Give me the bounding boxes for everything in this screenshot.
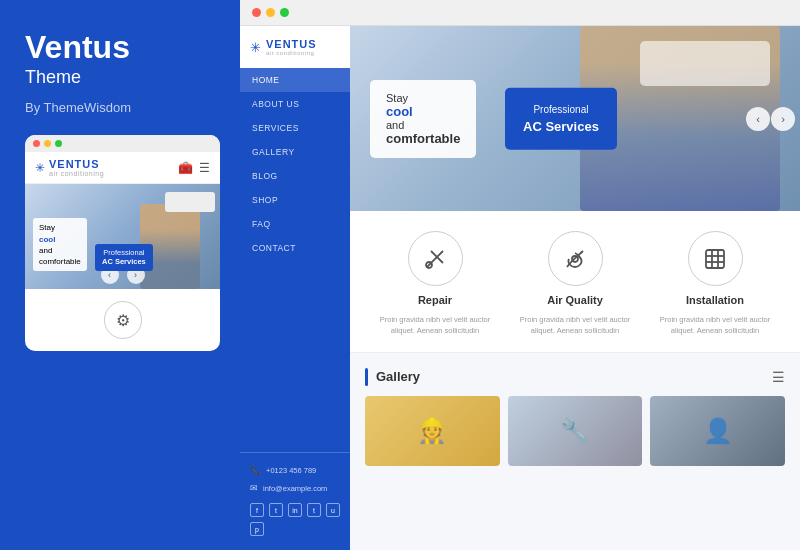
mobile-cta-line1: Professional [103,248,144,257]
mobile-logo-tagline: air conditioning [49,170,104,177]
contact-info: 📞 +0123 456 789 ✉ info@example.com f t i… [240,452,350,550]
service-air-quality: Air Quality Proin gravida nibh vel velit… [505,231,645,337]
mobile-cta-line2: AC Services [102,257,146,266]
brand-info: Ventus Theme By ThemeWisdom [25,30,215,115]
service-repair: Repair Proin gravida nibh vel velit auct… [365,231,505,337]
mobile-service-section: ⚙ [25,289,220,351]
nav-item-shop[interactable]: SHOP [240,188,350,212]
mobile-browser-dots [25,135,220,152]
gallery-header: Gallery ☰ [365,368,785,386]
hero-cta-professional: Professional [533,103,588,114]
thumb-person-3: 👤 [650,396,785,466]
mobile-and-text: and [39,246,52,255]
service-installation: Installation Proin gravida nibh vel veli… [645,231,785,337]
installation-name: Installation [686,294,744,306]
right-panel: ✳ VENTUS air conditioning HOME ABOUT US … [240,0,800,550]
email-address: info@example.com [263,484,327,493]
mobile-stay-text: Stay [39,223,55,232]
browser-dot-green [280,8,289,17]
hero-text-box: Stay cool and comfortable [370,80,476,158]
mobile-header: ✳ VENTUS air conditioning 🧰 ☰ [25,152,220,184]
mobile-comfortable-text: comfortable [39,257,81,266]
browser-bar [240,0,800,26]
services-row: Repair Proin gravida nibh vel velit auct… [350,211,800,353]
gallery-thumb-2[interactable]: 🔧 [508,396,643,466]
gallery-menu-icon[interactable]: ☰ [772,369,785,385]
svg-rect-4 [706,250,724,268]
mobile-bag-icon: 🧰 [178,161,193,175]
gallery-section: Gallery ☰ 👷 🔧 👤 [350,353,800,481]
installation-icon [688,231,743,286]
site-sidebar: ✳ VENTUS air conditioning HOME ABOUT US … [240,26,350,550]
social-twitter[interactable]: t [269,503,283,517]
repair-desc: Proin gravida nibh vel velit auctor aliq… [375,314,495,337]
mobile-hero-text: Stay cool and comfortable [33,218,87,271]
social-row: f t in t u p [240,497,350,542]
hero-ac-unit [640,41,770,86]
social-pinterest[interactable]: p [250,522,264,536]
mobile-logo-name: VENTUS [49,158,104,170]
hero-next-button[interactable]: › [771,107,795,131]
brand-by: By ThemeWisdom [25,100,215,115]
gallery-grid: 👷 🔧 👤 [365,396,785,466]
contact-phone-row: 📞 +0123 456 789 [240,461,350,479]
phone-icon: 📞 [250,465,261,475]
hero-prev-button[interactable]: ‹ [746,107,770,131]
hero-stay: Stay [386,92,460,104]
dot-red [33,140,40,147]
mobile-header-icons: 🧰 ☰ [178,161,210,175]
gallery-thumb-3[interactable]: 👤 [650,396,785,466]
mobile-cta: Professional AC Services [95,244,153,272]
site-logo: ✳ VENTUS air conditioning [240,26,350,68]
site-nav: HOME ABOUT US SERVICES GALLERY BLOG SHOP… [240,68,350,260]
mobile-preview: ✳ VENTUS air conditioning 🧰 ☰ ‹ › Stay c [25,135,220,351]
social-facebook[interactable]: f [250,503,264,517]
mobile-menu-icon: ☰ [199,161,210,175]
nav-item-contact[interactable]: CONTACT [240,236,350,260]
gallery-thumb-1[interactable]: 👷 [365,396,500,466]
installation-desc: Proin gravida nibh vel velit auctor aliq… [655,314,775,337]
nav-item-services[interactable]: SERVICES [240,116,350,140]
nav-item-faq[interactable]: FAQ [240,212,350,236]
browser-dot-red [252,8,261,17]
mobile-logo: ✳ VENTUS air conditioning [35,158,104,177]
repair-icon [408,231,463,286]
social-tumblr[interactable]: t [307,503,321,517]
website-content: ✳ VENTUS air conditioning HOME ABOUT US … [240,26,800,550]
phone-number: +0123 456 789 [266,466,316,475]
air-quality-icon [548,231,603,286]
hero-and: and [386,119,460,131]
nav-item-home[interactable]: HOME [240,68,350,92]
contact-email-row: ✉ info@example.com [240,479,350,497]
thumb-person-1: 👷 [365,396,500,466]
brand-name: Ventus [25,30,215,65]
site-logo-star-icon: ✳ [250,40,261,55]
hero-comfortable: comfortable [386,131,460,146]
site-main: Stay cool and comfortable Professional A… [350,26,800,550]
mobile-hero: ‹ › Stay cool and comfortable Profession… [25,184,220,289]
hero-section: Stay cool and comfortable Professional A… [350,26,800,211]
air-quality-name: Air Quality [547,294,603,306]
social-youtube[interactable]: u [326,503,340,517]
hero-cta-ac-services: AC Services [523,116,599,136]
social-linkedin[interactable]: in [288,503,302,517]
gallery-title-wrap: Gallery [365,368,420,386]
mobile-repair-icon: ⚙ [104,301,142,339]
mobile-cool-text: cool [39,235,55,244]
air-quality-desc: Proin gravida nibh vel velit auctor aliq… [515,314,635,337]
brand-subtitle: Theme [25,67,215,88]
repair-name: Repair [418,294,452,306]
left-panel: Ventus Theme By ThemeWisdom ✳ VENTUS air… [0,0,240,550]
nav-item-blog[interactable]: BLOG [240,164,350,188]
dot-green [55,140,62,147]
nav-item-about[interactable]: ABOUT US [240,92,350,116]
svg-line-0 [427,251,443,267]
hero-cta[interactable]: Professional AC Services [505,87,617,150]
thumb-person-2: 🔧 [508,396,643,466]
site-logo-name: VENTUS [266,38,317,50]
email-icon: ✉ [250,483,258,493]
browser-dot-yellow [266,8,275,17]
gallery-title: Gallery [376,369,420,384]
site-logo-tagline: air conditioning [266,50,317,56]
nav-item-gallery[interactable]: GALLERY [240,140,350,164]
